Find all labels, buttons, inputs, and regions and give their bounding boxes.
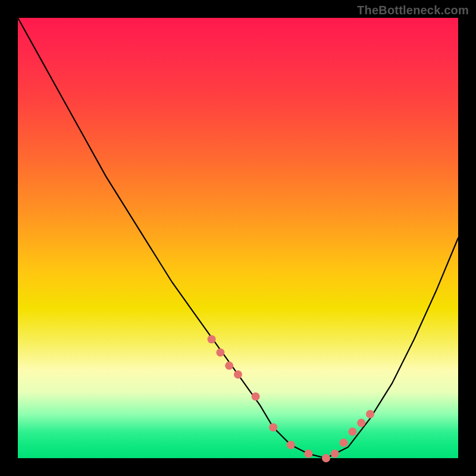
plot-area [18,18,458,458]
curve-svg [18,18,458,458]
highlight-dots-group [208,335,374,462]
highlight-dot [357,419,365,427]
highlight-dot [348,428,356,436]
highlight-dot [225,362,233,370]
highlight-dot [322,454,330,462]
highlight-dot [208,335,216,343]
bottleneck-curve [18,18,458,458]
highlight-dot [304,450,312,458]
highlight-dot [340,439,348,447]
highlight-dot [216,348,224,356]
highlight-dot [269,423,277,431]
highlight-dot [287,441,295,449]
chart-frame: TheBottleneck.com [0,0,476,476]
highlight-dot [252,392,260,400]
highlight-dot [234,370,242,378]
watermark-text: TheBottleneck.com [357,4,469,17]
highlight-dot [366,410,374,418]
highlight-dot [331,450,339,458]
